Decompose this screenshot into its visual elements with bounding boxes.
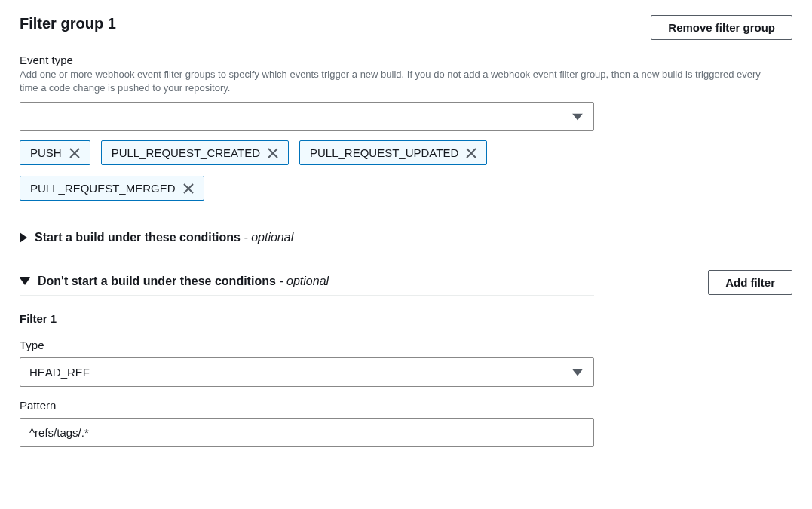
chip-pull-request-created: PULL_REQUEST_CREATED [101,140,289,165]
close-icon[interactable] [183,183,194,194]
chip-label: PULL_REQUEST_CREATED [112,146,260,159]
chip-label: PUSH [30,146,62,159]
chip-label: PULL_REQUEST_UPDATED [310,146,458,159]
start-conditions-label: Start a build under these conditions - o… [35,231,293,244]
caret-right-icon [20,232,27,243]
filter-1-heading: Filter 1 [20,312,792,325]
caret-down-icon [572,369,583,376]
chip-push: PUSH [20,140,90,165]
filter-type-label: Type [20,339,792,351]
close-icon[interactable] [268,148,278,158]
remove-filter-group-button[interactable]: Remove filter group [651,15,792,40]
filter-type-value: HEAD_REF [29,366,90,379]
filter-pattern-label: Pattern [20,399,792,412]
dont-start-conditions-label: Don't start a build under these conditio… [38,274,329,288]
filter-group-title: Filter group 1 [20,15,116,32]
caret-down-icon [20,277,30,285]
close-icon[interactable] [69,148,80,158]
event-type-help: Add one or more webhook event filter gro… [20,68,774,94]
chip-label: PULL_REQUEST_MERGED [30,182,176,195]
svg-marker-9 [20,232,27,243]
event-type-field: Event type Add one or more webhook event… [20,54,792,201]
filter-type-select[interactable]: HEAD_REF [20,357,594,387]
add-filter-button[interactable]: Add filter [708,270,792,295]
filter-pattern-input[interactable] [20,418,594,447]
event-type-select[interactable] [20,102,594,131]
caret-down-icon [572,113,583,120]
start-conditions-toggle[interactable]: Start a build under these conditions - o… [20,226,594,249]
event-type-label: Event type [20,54,792,66]
svg-marker-11 [572,369,583,376]
chip-pull-request-updated: PULL_REQUEST_UPDATED [299,140,487,165]
svg-marker-0 [572,113,583,120]
chip-pull-request-merged: PULL_REQUEST_MERGED [20,176,204,201]
dont-start-conditions-toggle[interactable]: Don't start a build under these conditio… [20,270,594,293]
svg-marker-10 [20,277,30,285]
divider [20,295,594,296]
close-icon[interactable] [466,148,476,158]
event-type-chips: PUSH PULL_REQUEST_CREATED PULL_REQUEST_U… [20,140,594,201]
